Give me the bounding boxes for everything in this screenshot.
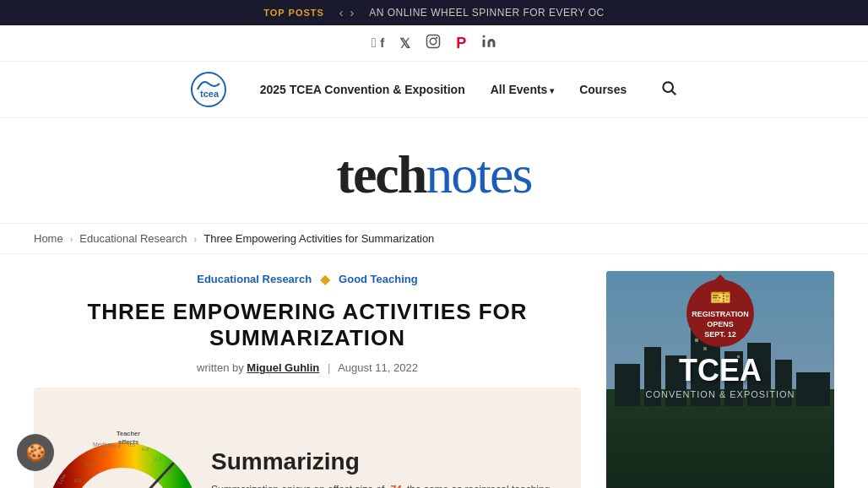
topbar-nav[interactable]: ‹ › — [338, 7, 355, 19]
infographic-text-area: Summarizing Summarization enjoys an effe… — [211, 448, 572, 488]
svg-text:tcea: tcea — [200, 89, 220, 99]
breadcrumb-current: Three Empowering Activities for Summariz… — [203, 232, 434, 245]
infographic-heading: Summarizing — [211, 448, 572, 475]
infographic: Negative Hig Low Medium Teacher effects … — [34, 388, 581, 488]
svg-point-2 — [436, 37, 437, 39]
svg-text:0.3: 0.3 — [100, 451, 107, 456]
ticket-icon: 🎫 — [710, 286, 731, 308]
article-image: Negative Hig Low Medium Teacher effects … — [34, 388, 581, 488]
technotes-logo: tech notes — [337, 144, 532, 206]
social-bar:  f 𝕏 P — [0, 25, 868, 62]
search-button[interactable] — [660, 79, 677, 100]
linkedin-icon[interactable] — [481, 34, 496, 52]
nav-events-link[interactable]: All Events — [491, 83, 554, 96]
gauge-chart: Negative Hig Low Medium Teacher effects … — [42, 400, 203, 488]
nav-links: 2025 TCEA Convention & Exposition All Ev… — [260, 82, 627, 97]
cookie-icon: 🍪 — [25, 442, 46, 463]
topbar-post-text: AN ONLINE WHEEL SPINNER FOR EVERY OC — [369, 7, 605, 19]
ad-convention-label: CONVENTION & EXPOSITION — [645, 389, 795, 399]
nav-bar: tcea 2025 TCEA Convention & Exposition A… — [0, 62, 868, 118]
logo-area[interactable]: tcea — [191, 72, 226, 107]
top-bar: TOP POSTS ‹ › AN ONLINE WHEEL SPINNER FO… — [0, 0, 868, 25]
article-title: THREE EMPOWERING ACTIVITIES FOR SUMMARIZ… — [34, 299, 581, 351]
svg-text:0.2: 0.2 — [86, 462, 94, 467]
top-posts-label: TOP POSTS — [263, 8, 324, 18]
svg-rect-0 — [427, 35, 440, 48]
breadcrumb-chevron-1: › — [70, 234, 73, 244]
breadcrumb-chevron-2: › — [194, 234, 198, 244]
svg-text:Medium: Medium — [93, 442, 114, 447]
nav-courses-link[interactable]: Courses — [579, 83, 627, 96]
tech-text: tech — [337, 144, 426, 206]
written-by-label: written by — [197, 361, 244, 374]
svg-text:0.7: 0.7 — [155, 457, 162, 462]
svg-text:0.6: 0.6 — [142, 447, 149, 452]
breadcrumb-home[interactable]: Home — [34, 232, 63, 245]
article-tags: Educational Research ◆ Good Teaching — [34, 271, 581, 287]
svg-line-7 — [672, 90, 676, 95]
tag-good-teaching[interactable]: Good Teaching — [339, 273, 418, 285]
badge-line2: OPENS — [707, 320, 734, 330]
ad-overlay: 🎫 REGISTRATION OPENS SEPT. 12 TCEA CONVE… — [606, 271, 834, 488]
twitter-x-icon[interactable]: 𝕏 — [399, 35, 410, 52]
cookie-button[interactable]: 🍪 — [17, 434, 54, 471]
tcea-logo-icon: tcea — [191, 72, 226, 107]
author-link[interactable]: Miguel Guhlin — [247, 361, 319, 374]
notes-text: notes — [426, 144, 531, 206]
ad-tcea-title: TCEA — [679, 355, 762, 386]
svg-point-1 — [430, 38, 437, 45]
breadcrumb: Home › Educational Research › Three Empo… — [0, 224, 868, 254]
tag-separator: ◆ — [320, 271, 330, 287]
registration-badge: 🎫 REGISTRATION OPENS SEPT. 12 — [686, 279, 754, 347]
infographic-body1: Summarization enjoys an effect size of — [211, 484, 388, 488]
facebook-icon[interactable]:  f — [372, 35, 384, 51]
badge-line1: REGISTRATION — [692, 310, 748, 320]
article-meta: written by Miguel Guhlin | August 11, 20… — [34, 361, 581, 374]
infographic-body: Summarization enjoys an effect size of .… — [211, 482, 572, 488]
svg-text:Teacher: Teacher — [117, 430, 140, 437]
nav-convention-link[interactable]: 2025 TCEA Convention & Exposition — [260, 83, 465, 96]
topbar-next-button[interactable]: › — [349, 7, 356, 19]
svg-text:0.1: 0.1 — [74, 478, 82, 483]
svg-text:0.4: 0.4 — [113, 444, 121, 449]
topbar-prev-button[interactable]: ‹ — [338, 7, 345, 19]
instagram-icon[interactable] — [426, 34, 441, 52]
svg-text:0.5: 0.5 — [128, 442, 136, 447]
article-title-line2: SUMMARIZATION — [209, 325, 405, 350]
ad-image-area: 🎫 REGISTRATION OPENS SEPT. 12 TCEA CONVE… — [606, 271, 834, 488]
article-title-line1: THREE EMPOWERING ACTIVITIES FOR — [87, 299, 527, 324]
meta-divider: | — [328, 361, 330, 374]
tag-educational-research[interactable]: Educational Research — [197, 273, 312, 285]
article-area: Educational Research ◆ Good Teaching THR… — [34, 271, 581, 488]
article-date: August 11, 2022 — [338, 361, 418, 374]
hero-banner: tech notes — [0, 118, 868, 224]
sidebar-ad: 🎫 REGISTRATION OPENS SEPT. 12 TCEA CONVE… — [606, 271, 834, 488]
pinterest-icon[interactable]: P — [456, 35, 466, 52]
main-content: Educational Research ◆ Good Teaching THR… — [0, 254, 868, 488]
badge-line3: SEPT. 12 — [704, 330, 736, 340]
svg-point-6 — [664, 82, 674, 92]
ad-box[interactable]: 🎫 REGISTRATION OPENS SEPT. 12 TCEA CONVE… — [606, 271, 834, 488]
svg-point-3 — [483, 35, 486, 38]
breadcrumb-category[interactable]: Educational Research — [79, 232, 187, 245]
infographic-highlight: .74, — [388, 484, 404, 488]
svg-text:0.8: 0.8 — [166, 470, 174, 475]
